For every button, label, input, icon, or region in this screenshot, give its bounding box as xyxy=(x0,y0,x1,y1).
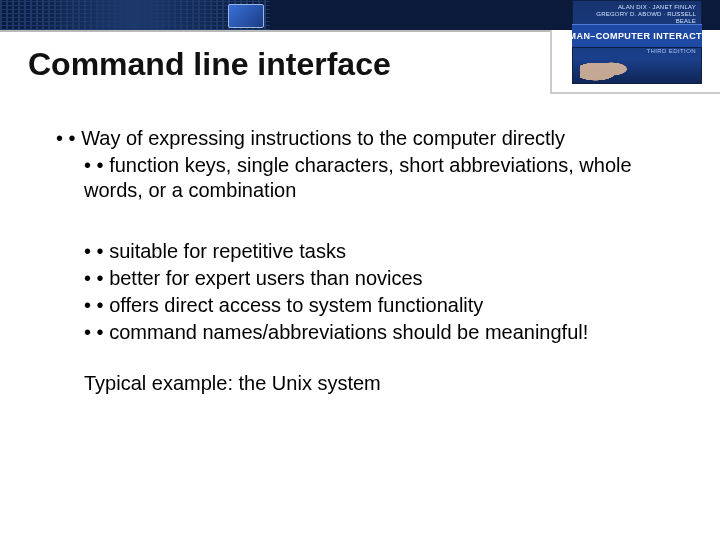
bullet-5: • command names/abbreviations should be … xyxy=(84,320,640,345)
book-authors-line1: ALAN DIX · JANET FINLAY xyxy=(618,4,696,10)
bullet-2: • suitable for repetitive tasks xyxy=(84,239,640,264)
chip-icon xyxy=(228,4,264,28)
book-subtitle: INTERACTION xyxy=(653,31,719,41)
page-title: Command line interface xyxy=(28,46,391,83)
book-cover: ALAN DIX · JANET FINLAY GREGORY D. ABOWD… xyxy=(572,0,702,84)
book-edition: THIRD EDITION xyxy=(646,48,696,54)
bullet-3: • better for expert users than novices xyxy=(84,266,640,291)
book-authors-line2: GREGORY D. ABOWD · RUSSELL BEALE xyxy=(596,11,696,24)
bullet-4: • offers direct access to system functio… xyxy=(84,293,640,318)
bullet-1a: • function keys, single characters, shor… xyxy=(84,153,640,203)
book-title: HUMAN–COMPUTER xyxy=(555,31,651,41)
slide-body: • Way of expressing instructions to the … xyxy=(56,126,640,398)
header-divider xyxy=(0,30,572,32)
book-authors: ALAN DIX · JANET FINLAY GREGORY D. ABOWD… xyxy=(578,4,696,25)
book-title-bar: HUMAN–COMPUTER INTERACTION xyxy=(572,24,702,48)
bullet-1: • Way of expressing instructions to the … xyxy=(56,126,640,151)
footer-line: Typical example: the Unix system xyxy=(84,371,640,396)
hand-graphic xyxy=(580,56,632,82)
